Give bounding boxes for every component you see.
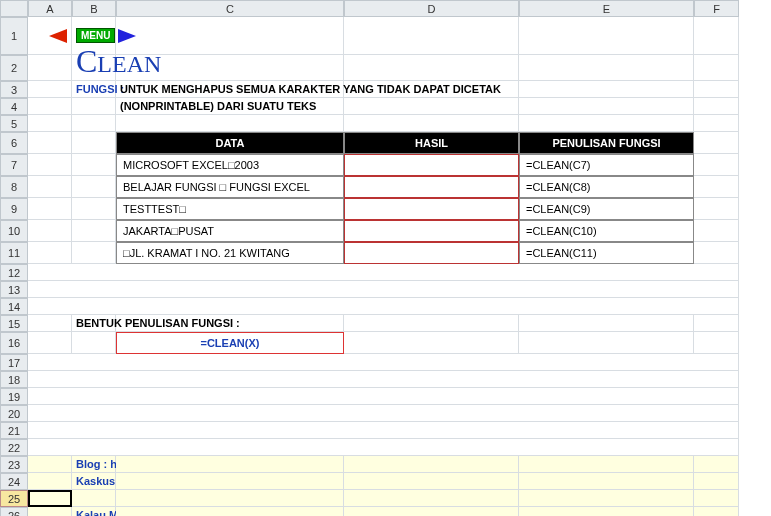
cell-formula-2[interactable]: =CLEAN(C9) [519,198,694,220]
cell-a25[interactable] [28,490,72,507]
cell-f25[interactable] [694,490,739,507]
row-header-3[interactable]: 3 [0,81,28,98]
cell-d26[interactable] [344,507,519,516]
cell-a5[interactable] [28,115,72,132]
row-header-19[interactable]: 19 [0,388,28,405]
cell-a23[interactable] [28,456,72,473]
cell-b6[interactable] [72,132,116,154]
row-header-16[interactable]: 16 [0,332,28,354]
cell-a15[interactable] [28,315,72,332]
cell-f26[interactable] [694,507,739,516]
cell-f10[interactable] [694,220,739,242]
cell-row21[interactable] [28,422,739,439]
cell-e15[interactable] [519,315,694,332]
cell-c5[interactable] [116,115,344,132]
cell-b5[interactable] [72,115,116,132]
cell-d4[interactable] [344,98,519,115]
cell-d3[interactable] [344,81,519,98]
cell-a24[interactable] [28,473,72,490]
cell-e2[interactable] [519,55,694,81]
cell-c26[interactable] [116,507,344,516]
cell-a6[interactable] [28,132,72,154]
cell-c4[interactable]: (NONPRINTABLE) DARI SUATU TEKS [116,98,344,115]
col-header-f[interactable]: F [694,0,739,17]
cell-e5[interactable] [519,115,694,132]
cell-data-2[interactable]: TESTTEST□ [116,198,344,220]
col-header-c[interactable]: C [116,0,344,17]
cell-c15[interactable] [116,315,344,332]
cell-d23[interactable] [344,456,519,473]
cell-f8[interactable] [694,176,739,198]
cell-d5[interactable] [344,115,519,132]
row-header-24[interactable]: 24 [0,473,28,490]
cell-a9[interactable] [28,198,72,220]
cell-a26[interactable] [28,507,72,516]
cell-f2[interactable] [694,55,739,81]
cell-row13[interactable] [28,281,739,298]
col-header-d[interactable]: D [344,0,519,17]
cell-b15[interactable]: BENTUK PENULISAN FUNGSI : [72,315,116,332]
cell-e16[interactable] [519,332,694,354]
cell-b10[interactable] [72,220,116,242]
row-header-5[interactable]: 5 [0,115,28,132]
cell-f3[interactable] [694,81,739,98]
cell-c24[interactable] [116,473,344,490]
cell-f7[interactable] [694,154,739,176]
cell-a4[interactable] [28,98,72,115]
cell-c3[interactable]: UNTUK MENGHAPUS SEMUA KARAKTER YANG TIDA… [116,81,344,98]
cell-a2[interactable] [28,55,72,81]
select-all-corner[interactable] [0,0,28,17]
cell-c25[interactable] [116,490,344,507]
row-header-23[interactable]: 23 [0,456,28,473]
cell-d2[interactable] [344,55,519,81]
cell-formula-3[interactable]: =CLEAN(C10) [519,220,694,242]
col-header-a[interactable]: A [28,0,72,17]
cell-row20[interactable] [28,405,739,422]
th-hasil[interactable]: HASIL [344,132,519,154]
syntax-box[interactable]: =CLEAN(X) [116,332,344,354]
cell-b26[interactable]: Kalau Membantu Jangan Lupa Cendol Ya Gan [72,507,116,516]
cell-f5[interactable] [694,115,739,132]
cell-a8[interactable] [28,176,72,198]
cell-d24[interactable] [344,473,519,490]
cell-f23[interactable] [694,456,739,473]
row-header-26[interactable]: 26 [0,507,28,516]
row-header-18[interactable]: 18 [0,371,28,388]
cell-f9[interactable] [694,198,739,220]
cell-f1[interactable] [694,17,739,55]
cell-data-4[interactable]: □JL. KRAMAT I NO. 21 KWITANG [116,242,344,264]
cell-b7[interactable] [72,154,116,176]
row-header-12[interactable]: 12 [0,264,28,281]
row-header-10[interactable]: 10 [0,220,28,242]
back-arrow-icon[interactable] [49,29,67,43]
th-data[interactable]: DATA [116,132,344,154]
row-header-9[interactable]: 9 [0,198,28,220]
cell-f4[interactable] [694,98,739,115]
row-header-7[interactable]: 7 [0,154,28,176]
cell-e4[interactable] [519,98,694,115]
cell-f24[interactable] [694,473,739,490]
cell-data-3[interactable]: JAKARTA□PUSAT [116,220,344,242]
row-header-25[interactable]: 25 [0,490,28,507]
cell-formula-4[interactable]: =CLEAN(C11) [519,242,694,264]
cell-e25[interactable] [519,490,694,507]
cell-d25[interactable] [344,490,519,507]
cell-b25[interactable] [72,490,116,507]
cell-data-0[interactable]: MICROSOFT EXCEL□2003 [116,154,344,176]
cell-b23[interactable]: Blog : http://romisatria.blogspot.com [72,456,116,473]
cell-b8[interactable] [72,176,116,198]
cell-row18[interactable] [28,371,739,388]
row-header-15[interactable]: 15 [0,315,28,332]
row-header-8[interactable]: 8 [0,176,28,198]
cell-row14[interactable] [28,298,739,315]
cell-row19[interactable] [28,388,739,405]
row-header-14[interactable]: 14 [0,298,28,315]
cell-hasil-2[interactable] [344,198,519,220]
menu-button[interactable]: MENU [76,28,115,43]
th-penulisan[interactable]: PENULISAN FUNGSI [519,132,694,154]
cell-d16[interactable] [344,332,519,354]
cell-a3[interactable] [28,81,72,98]
cell-a1[interactable] [28,17,72,55]
cell-b9[interactable] [72,198,116,220]
cell-c23[interactable] [116,456,344,473]
